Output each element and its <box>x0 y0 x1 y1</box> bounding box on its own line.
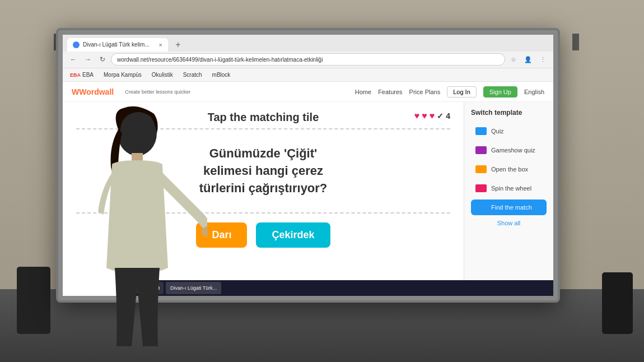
tab-close-button[interactable]: × <box>159 41 162 48</box>
bookmark-morpa-label: Morpa Kampüs <box>104 72 142 78</box>
bookmark-morpa[interactable]: Morpa Kampüs <box>101 71 144 79</box>
gameshow-icon <box>475 146 487 154</box>
bookmark-okulistik[interactable]: Okulistik <box>149 71 176 79</box>
bookmark-scratch-label: Scratch <box>183 72 202 78</box>
wordwall-navbar: WWordwall Create better lessons quicker … <box>63 82 553 102</box>
wordwall-tagline: Create better lessons quicker <box>125 89 190 95</box>
bookmark-eba[interactable]: EBA EBA <box>67 71 96 79</box>
logo-text: Wordwall <box>79 87 114 96</box>
findmatch-icon <box>475 203 487 211</box>
refresh-button[interactable]: ↻ <box>96 53 109 66</box>
question-text: Günümüzde 'Çiğit' kelimesi hangi çerez t… <box>199 146 328 195</box>
sidebar-title: Switch template <box>471 109 547 117</box>
answer-tile-cekirdek[interactable]: Çekirdek <box>256 222 330 248</box>
sidebar-item-gameshow[interactable]: Gameshow quiz <box>471 142 547 158</box>
sidebar-item-gameshow-label: Gameshow quiz <box>491 147 535 154</box>
bookmark-button[interactable]: ☆ <box>507 53 520 66</box>
sidebar-item-openbox[interactable]: Open the box <box>471 161 547 177</box>
bookmark-scratch[interactable]: Scratch <box>180 71 205 79</box>
address-bar[interactable]: wordwall.net/resource/66364499/divan-i-l… <box>111 53 505 66</box>
switch-template-sidebar: Switch template Quiz Gameshow quiz Open … <box>464 102 553 296</box>
nav-actions: ☆ 👤 ⋮ <box>507 53 549 66</box>
sidebar-item-spinwheel[interactable]: Spin the wheel <box>471 180 547 196</box>
spin-icon <box>475 184 487 192</box>
signup-button[interactable]: Sign Up <box>483 86 517 98</box>
url-text: wordwall.net/resource/66364499/divan-i-l… <box>117 57 323 63</box>
bookmark-mblock[interactable]: mBlock <box>209 71 234 79</box>
quiz-icon <box>475 127 487 135</box>
sidebar-item-openbox-label: Open the box <box>491 166 528 173</box>
bookmark-mblock-label: mBlock <box>212 72 231 78</box>
back-button[interactable]: ← <box>67 53 80 66</box>
heart-2: ♥ <box>422 111 427 121</box>
nav-home[interactable]: Home <box>355 89 371 95</box>
logo-w: W <box>72 87 79 96</box>
sidebar-item-quiz[interactable]: Quiz <box>471 123 547 139</box>
menu-button[interactable]: ⋮ <box>536 53 549 66</box>
browser-tab[interactable]: Divan-ı Lügati Türk kelim... × <box>67 38 168 52</box>
show-all-button[interactable]: Show all <box>471 220 547 226</box>
sidebar-item-spinwheel-label: Spin the wheel <box>491 185 531 192</box>
tab-title: Divan-ı Lügati Türk kelim... <box>83 41 150 48</box>
openbox-icon <box>475 165 487 173</box>
speaker-left <box>17 267 50 334</box>
login-button[interactable]: Log In <box>447 86 477 98</box>
sidebar-item-findmatch-label: Find the match <box>491 204 532 211</box>
heart-3: ♥ <box>430 111 435 121</box>
sidebar-item-findmatch[interactable]: Find the match <box>471 199 547 215</box>
wordwall-nav-links: Home Features Price Plans Log In Sign Up… <box>355 86 544 98</box>
chrome-tabs: Divan-ı Lügati Türk kelim... × + <box>63 35 553 52</box>
nav-features[interactable]: Features <box>378 89 402 95</box>
new-tab-button[interactable]: + <box>170 38 186 52</box>
chrome-browser-bar: Divan-ı Lügati Türk kelim... × + ← → ↻ w… <box>63 35 553 68</box>
chrome-nav-bar: ← → ↻ wordwall.net/resource/66364499/div… <box>63 52 553 68</box>
bookmark-okulistik-label: Okulistik <box>152 72 173 78</box>
speaker-right <box>602 272 633 334</box>
wordwall-logo: WWordwall <box>72 87 114 96</box>
tab-favicon <box>73 41 80 48</box>
sidebar-item-quiz-label: Quiz <box>491 128 504 134</box>
bookmark-eba-label: EBA <box>82 72 94 78</box>
wall-bracket-right <box>572 34 579 50</box>
game-hearts-score: ♥ ♥ ♥ ✓ 4 <box>414 111 450 121</box>
profile-button[interactable]: 👤 <box>522 53 534 66</box>
nav-pricing[interactable]: Price Plans <box>409 89 441 95</box>
student-silhouette <box>67 100 207 346</box>
language-selector[interactable]: English <box>524 89 544 95</box>
forward-button[interactable]: → <box>82 53 94 66</box>
bookmarks-bar: EBA EBA Morpa Kampüs Okulistik Scratch m… <box>63 68 553 82</box>
heart-1: ♥ <box>414 111 420 121</box>
game-score: ✓ 4 <box>437 112 450 120</box>
